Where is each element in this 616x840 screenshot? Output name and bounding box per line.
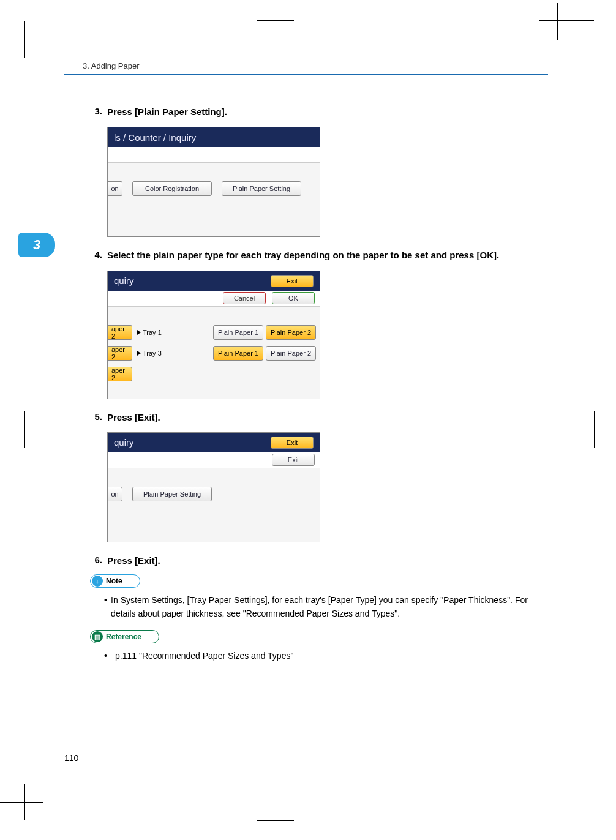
- note-bullet: • In System Settings, [Tray Paper Settin…: [104, 594, 548, 620]
- tag-fragment[interactable]: aper 2: [108, 325, 132, 340]
- screen-toolbar: Cancel OK: [108, 291, 320, 307]
- note-text: In System Settings, [Tray Paper Settings…: [111, 594, 548, 620]
- tray-3-label: Tray 3: [137, 350, 180, 357]
- color-registration-button[interactable]: Color Registration: [132, 181, 212, 196]
- plain-paper-1-button[interactable]: Plain Paper 1: [213, 325, 263, 340]
- page-header: 3. Adding Paper: [64, 61, 548, 75]
- screen-title: ls / Counter / Inquiry: [114, 132, 196, 143]
- note-label: Note: [106, 577, 122, 585]
- screenshot-1: ls / Counter / Inquiry on Color Registra…: [107, 127, 320, 237]
- crop-mark: [276, 3, 276, 40]
- step-number: 5.: [90, 411, 107, 424]
- step-text: Press [Exit].: [107, 411, 160, 424]
- screen-title: quiry: [114, 437, 134, 448]
- step-5: 5. Press [Exit].: [90, 411, 548, 424]
- play-icon: [137, 351, 141, 356]
- step-text: Press [Exit].: [107, 555, 160, 567]
- step-number: 6.: [90, 555, 107, 567]
- screen-body: on Plain Paper Setting: [108, 468, 320, 542]
- step-3: 3. Press [Plain Paper Setting].: [90, 106, 548, 118]
- tag-fragment[interactable]: aper 2: [108, 367, 132, 381]
- step-text: Press [Plain Paper Setting].: [107, 106, 227, 118]
- chapter-title: 3. Adding Paper: [64, 61, 548, 70]
- step-number: 4.: [90, 249, 107, 261]
- plain-paper-setting-button[interactable]: Plain Paper Setting: [222, 181, 301, 196]
- plain-paper-2-button[interactable]: Plain Paper 2: [266, 346, 316, 361]
- crop-mark: [0, 429, 43, 429]
- play-icon: [137, 330, 141, 335]
- plain-paper-setting-button[interactable]: Plain Paper Setting: [132, 487, 212, 501]
- crop-mark: [24, 784, 25, 820]
- bullet-icon: •: [104, 594, 111, 620]
- crop-mark: [539, 20, 594, 21]
- screen-toolbar: Exit: [108, 452, 320, 468]
- exit-button[interactable]: Exit: [271, 275, 314, 287]
- bullet-icon: •: [104, 650, 115, 663]
- screen-titlebar: quiry Exit: [108, 271, 320, 291]
- crop-mark: [0, 39, 43, 39]
- reference-bullet: • p.111 "Recommended Paper Sizes and Typ…: [104, 650, 548, 663]
- screen-titlebar: quiry Exit: [108, 433, 320, 452]
- screen-title: quiry: [114, 276, 134, 286]
- step-text: Select the plain paper type for each tra…: [107, 249, 499, 261]
- exit-button[interactable]: Exit: [271, 437, 314, 449]
- screen-body: on Color Registration Plain Paper Settin…: [108, 163, 320, 236]
- cancel-button[interactable]: Cancel: [223, 292, 266, 304]
- screen-titlebar: ls / Counter / Inquiry: [108, 127, 320, 147]
- reference-text: p.111 "Recommended Paper Sizes and Types…: [115, 650, 293, 663]
- button-fragment[interactable]: on: [108, 487, 122, 501]
- ok-button[interactable]: OK: [272, 292, 315, 304]
- note-callout: ↓ Note: [90, 574, 140, 588]
- tag-fragment[interactable]: aper 2: [108, 346, 132, 361]
- down-arrow-icon: ↓: [92, 576, 103, 587]
- crop-mark: [24, 411, 25, 448]
- plain-paper-1-button[interactable]: Plain Paper 1: [213, 346, 263, 361]
- chapter-tab: 3: [18, 233, 55, 257]
- reference-callout: ▤ Reference: [90, 630, 159, 643]
- document-icon: ▤: [92, 631, 103, 642]
- screenshot-3: quiry Exit Exit on Plain Paper Setting: [107, 432, 320, 542]
- screen-toolbar: [108, 147, 320, 163]
- step-number: 3.: [90, 106, 107, 118]
- exit-button[interactable]: Exit: [272, 454, 315, 466]
- crop-mark: [24, 21, 25, 58]
- crop-mark: [0, 802, 43, 803]
- page-content: 3 3. Adding Paper 3. Press [Plain Paper …: [64, 61, 548, 669]
- page-number: 110: [64, 753, 78, 763]
- button-fragment[interactable]: on: [108, 181, 122, 196]
- screenshot-2: quiry Exit Cancel OK aper 2 Tray 1 Plain…: [107, 271, 320, 399]
- tray-1-label: Tray 1: [137, 329, 180, 336]
- step-6: 6. Press [Exit].: [90, 555, 548, 567]
- crop-mark: [594, 411, 595, 448]
- reference-label: Reference: [106, 632, 141, 641]
- screen-body: aper 2 Tray 1 Plain Paper 1 Plain Paper …: [108, 307, 320, 399]
- crop-mark: [276, 802, 276, 839]
- plain-paper-2-button[interactable]: Plain Paper 2: [266, 325, 316, 340]
- step-4: 4. Select the plain paper type for each …: [90, 249, 548, 261]
- crop-mark: [557, 3, 558, 40]
